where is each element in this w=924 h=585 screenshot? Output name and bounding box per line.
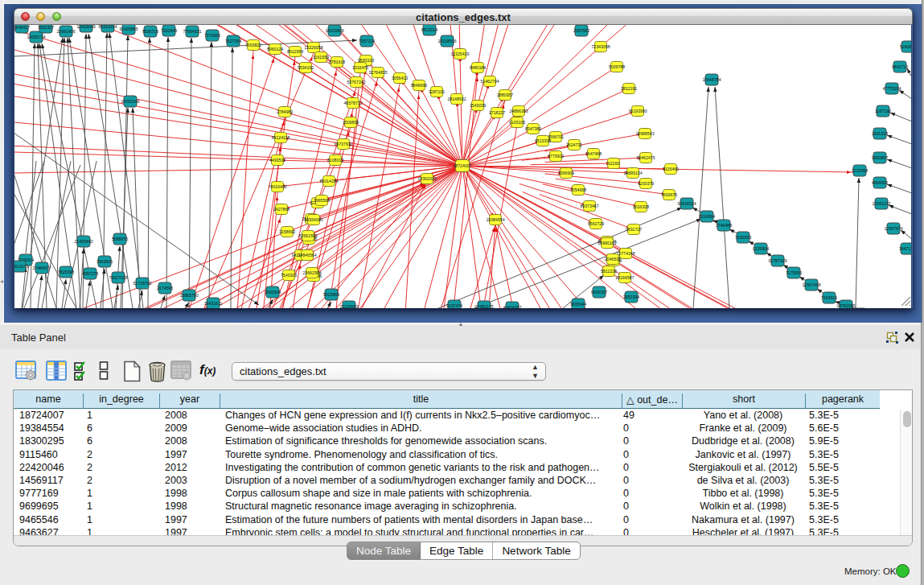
svg-text:3287101: 3287101 (429, 89, 445, 94)
svg-text:51718702: 51718702 (133, 281, 151, 286)
svg-text:7527354: 7527354 (225, 39, 241, 43)
svg-text:72343098: 72343098 (591, 44, 610, 49)
svg-text:5009788: 5009788 (609, 64, 625, 69)
svg-text:8347382: 8347382 (525, 126, 541, 131)
svg-text:12567468: 12567468 (802, 282, 820, 287)
svg-text:2784980: 2784980 (277, 109, 293, 114)
svg-text:77694531: 77694531 (183, 29, 201, 34)
svg-text:76627028: 76627028 (109, 275, 127, 280)
svg-text:8960124: 8960124 (267, 47, 283, 51)
svg-text:21465840: 21465840 (74, 239, 92, 244)
svg-text:53767242: 53767242 (347, 80, 365, 84)
svg-text:7190659: 7190659 (735, 235, 751, 240)
svg-text:0647468: 0647468 (585, 151, 602, 156)
svg-text:4493534: 4493534 (269, 158, 285, 163)
svg-text:1316475: 1316475 (352, 65, 368, 70)
svg-text:2880957: 2880957 (497, 93, 513, 97)
svg-text:2400504: 2400504 (265, 290, 281, 295)
svg-text:2174596: 2174596 (157, 286, 173, 290)
svg-text:99737631: 99737631 (334, 142, 352, 146)
svg-text:85014294: 85014294 (319, 179, 338, 183)
svg-text:4964990: 4964990 (872, 180, 888, 185)
svg-text:47775204: 47775204 (882, 86, 901, 91)
svg-text:16998543: 16998543 (635, 131, 654, 136)
svg-text:66319314: 66319314 (98, 25, 117, 29)
svg-text:0366909: 0366909 (558, 171, 574, 175)
svg-text:5240824: 5240824 (900, 44, 912, 49)
svg-text:1161559: 1161559 (313, 55, 329, 60)
svg-text:13226058: 13226058 (304, 45, 322, 50)
svg-text:14055714: 14055714 (27, 35, 45, 39)
svg-text:89373467: 89373467 (580, 204, 598, 208)
svg-text:0103105: 0103105 (509, 120, 525, 125)
svg-text:6562729: 6562729 (588, 221, 604, 226)
svg-text:7826398: 7826398 (58, 270, 74, 274)
svg-text:3447134: 3447134 (899, 246, 912, 251)
svg-text:5812236: 5812236 (601, 269, 617, 274)
svg-text:24896383: 24896383 (509, 109, 528, 113)
svg-text:3953394: 3953394 (623, 295, 639, 299)
svg-text:2087682: 2087682 (573, 28, 589, 33)
svg-text:5588675: 5588675 (112, 237, 128, 241)
svg-text:8108013: 8108013 (327, 158, 343, 163)
svg-text:84124118: 84124118 (272, 135, 290, 140)
svg-text:14846564: 14846564 (298, 253, 316, 257)
svg-text:2046537: 2046537 (605, 257, 621, 262)
svg-text:12067974: 12067974 (884, 226, 902, 231)
svg-text:7693676: 7693676 (661, 192, 677, 197)
svg-text:0781618: 0781618 (329, 60, 345, 64)
svg-text:8813014: 8813014 (421, 27, 437, 32)
svg-text:8506716: 8506716 (142, 29, 158, 34)
svg-text:62160: 62160 (608, 161, 620, 166)
svg-text:08760385: 08760385 (836, 303, 855, 308)
svg-text:1746488: 1746488 (716, 223, 732, 228)
svg-text:06990162: 06990162 (598, 241, 616, 245)
svg-text:7543303: 7543303 (281, 273, 297, 278)
svg-text:72774348: 72774348 (616, 251, 634, 256)
svg-text:02787429: 02787429 (768, 258, 786, 263)
svg-text:19384554: 19384554 (486, 217, 504, 222)
svg-text:5623869: 5623869 (323, 292, 339, 297)
svg-text:32764835: 32764835 (368, 70, 387, 75)
svg-text:5646417: 5646417 (14, 25, 30, 30)
svg-text:74016400: 74016400 (268, 184, 286, 189)
svg-text:6513338: 6513338 (535, 138, 551, 143)
svg-text:22219693: 22219693 (339, 304, 358, 308)
svg-text:9593103: 9593103 (358, 58, 374, 63)
svg-text:7175655: 7175655 (786, 270, 802, 275)
svg-text:1965569: 1965569 (314, 198, 330, 203)
svg-text:2016328: 2016328 (633, 204, 649, 209)
svg-text:23991406: 23991406 (56, 29, 75, 34)
svg-text:3056413: 3056413 (392, 76, 408, 80)
svg-text:10648784: 10648784 (702, 77, 721, 82)
svg-text:15865780: 15865780 (179, 293, 198, 298)
svg-text:53462475: 53462475 (636, 155, 655, 160)
svg-text:7262849: 7262849 (161, 28, 177, 33)
svg-text:8480184: 8480184 (470, 65, 486, 70)
svg-text:1024994: 1024994 (699, 214, 715, 219)
svg-text:1509839: 1509839 (343, 120, 359, 125)
svg-text:6409097: 6409097 (591, 290, 607, 295)
svg-text:93618324: 93618324 (677, 201, 696, 206)
svg-text:15302023: 15302023 (417, 176, 436, 181)
svg-text:08613171: 08613171 (14, 264, 29, 269)
svg-text:13431611: 13431611 (204, 301, 223, 306)
svg-text:83561595: 83561595 (298, 233, 317, 238)
svg-text:7154516: 7154516 (821, 295, 837, 300)
svg-text:7663822: 7663822 (245, 43, 261, 47)
svg-text:2624731: 2624731 (566, 142, 582, 147)
svg-text:18724007: 18724007 (453, 163, 471, 168)
svg-text:28148932: 28148932 (447, 97, 466, 101)
svg-text:20053346: 20053346 (121, 99, 139, 104)
svg-text:9237474: 9237474 (446, 303, 462, 308)
svg-text:16934060: 16934060 (304, 217, 322, 222)
svg-text:1718227: 1718227 (489, 110, 505, 115)
svg-text:3695944: 3695944 (570, 302, 586, 307)
svg-text:8849696: 8849696 (411, 83, 427, 88)
svg-text:46474367: 46474367 (503, 305, 521, 308)
svg-text:9993867: 9993867 (872, 155, 888, 160)
svg-text:7379965: 7379965 (204, 33, 220, 38)
svg-text:07482175: 07482175 (474, 304, 493, 308)
svg-text:1167190: 1167190 (875, 109, 891, 113)
svg-text:19218506: 19218506 (437, 39, 456, 43)
